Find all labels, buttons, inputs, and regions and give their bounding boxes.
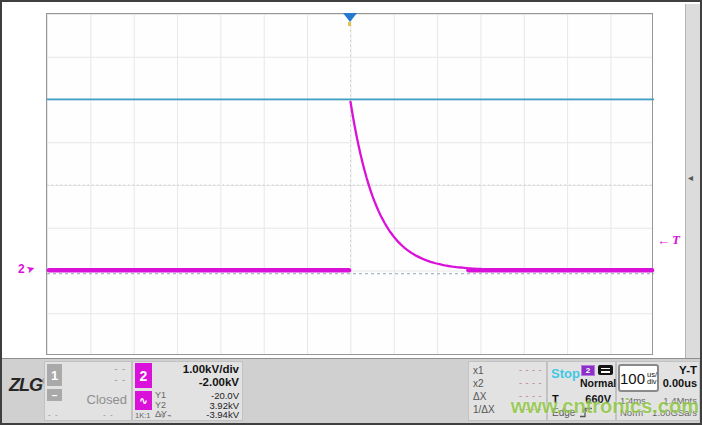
trigger-tick bbox=[348, 22, 351, 26]
delta-y-value: -3.94kV bbox=[206, 409, 239, 420]
menu-expand-arrow-icon: ◂ bbox=[688, 172, 693, 183]
channel1-scale-dash: - - bbox=[115, 364, 127, 374]
channel1-status: Closed bbox=[87, 392, 127, 407]
menu-collapse-strip[interactable]: ◂ bbox=[685, 4, 700, 358]
channel2-badge[interactable]: 2 bbox=[135, 363, 152, 388]
trigger-mode[interactable]: Normal bbox=[580, 377, 616, 389]
channel2-cursor-badge: ∿ bbox=[135, 391, 152, 410]
brand-logo: ZLG® bbox=[9, 375, 48, 396]
channel1-panel[interactable]: 1 - - - - – Closed - - - - bbox=[44, 361, 132, 421]
trigger-level-marker[interactable]: ←T bbox=[657, 232, 680, 248]
oscilloscope-screenshot: 2➤ ←T ◂ ZLG® 1 - - - - – Closed - - - - … bbox=[0, 0, 702, 425]
x1-label: x1 bbox=[473, 365, 484, 376]
trigger-source-badge[interactable]: 2 bbox=[581, 365, 595, 376]
channel1-bottom-dash-right: - - bbox=[103, 410, 114, 419]
cursor-row: x2 - - - - bbox=[473, 378, 542, 389]
display-mode: Y-T bbox=[679, 364, 697, 376]
channel2-scale: 1.00kV/div bbox=[183, 363, 239, 375]
waveform-layer bbox=[47, 14, 654, 356]
channel1-offset-dash: - - bbox=[115, 375, 127, 385]
watermark-text: www.cntronics.com bbox=[511, 395, 699, 418]
trigger-delay: 0.00us bbox=[663, 377, 697, 389]
timebase-scale-box[interactable]: 100 us/div bbox=[618, 364, 659, 392]
status-bar: ZLG® 1 - - - - – Closed - - - - 2 1.00kV… bbox=[2, 358, 700, 423]
channel2-offset: -2.00kV bbox=[199, 376, 239, 388]
trigger-position-marker[interactable] bbox=[343, 13, 357, 22]
timebase-unit: us/div bbox=[647, 371, 657, 386]
left-arrow-icon: ← bbox=[657, 233, 670, 248]
ch2-ground-marker[interactable]: 2➤ bbox=[18, 262, 34, 276]
waveform-display bbox=[46, 13, 653, 355]
channel2-probe-ratio: 1K:1 bbox=[135, 411, 150, 420]
cursor-row: x1 - - - - bbox=[473, 365, 542, 376]
ch2-decay-curve bbox=[351, 102, 503, 270]
ch2-ground-arrow-icon: ➤ bbox=[25, 263, 35, 275]
trigger-level-label: T bbox=[672, 232, 680, 248]
x2-label: x2 bbox=[473, 378, 484, 389]
channel2-coupling-icons: ∿ ⌁ bbox=[159, 411, 172, 420]
ch2-ground-label: 2 bbox=[18, 262, 25, 276]
x1-value: - - - - bbox=[519, 365, 542, 376]
channel1-bottom-dash-left: - - bbox=[48, 410, 59, 419]
channel2-panel[interactable]: 2 1.00kV/div -2.00kV ∿ Y1 -20.0V Y2 3.92… bbox=[132, 361, 243, 421]
channel1-badge[interactable]: 1 bbox=[47, 364, 62, 386]
record-icon bbox=[598, 365, 613, 375]
delta-x-label: ΔX bbox=[473, 391, 486, 402]
run-state[interactable]: Stop bbox=[551, 366, 580, 381]
channel1-minus-badge: – bbox=[47, 389, 62, 401]
timebase-scale: 100 bbox=[620, 370, 645, 387]
inv-delta-x-label: 1/ΔX bbox=[473, 404, 495, 415]
x2-value: - - - - bbox=[519, 378, 542, 389]
screen-frame: 2➤ ←T ◂ ZLG® 1 - - - - – Closed - - - - … bbox=[0, 0, 702, 425]
